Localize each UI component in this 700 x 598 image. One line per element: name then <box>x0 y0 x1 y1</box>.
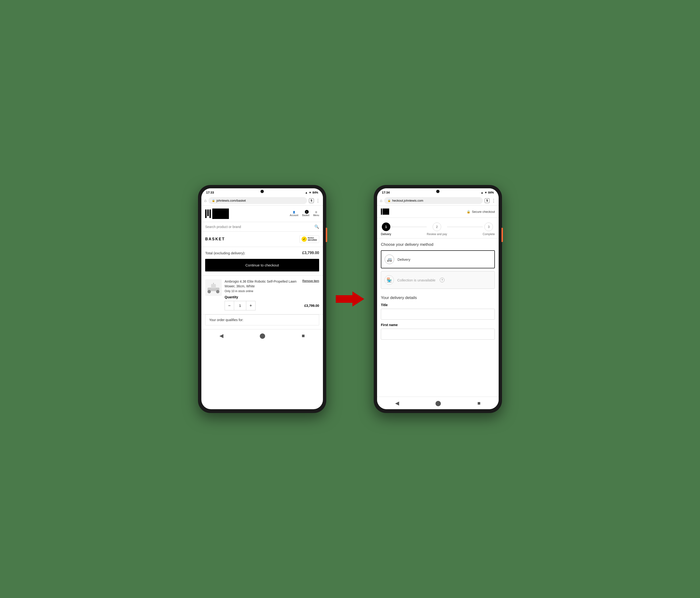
firstname-input[interactable] <box>381 329 495 340</box>
remove-item-button[interactable]: Remove item <box>302 279 319 282</box>
home-button-left[interactable]: ⬤ <box>255 332 270 340</box>
basket-heading: BASKET ✓ NortonSECURED <box>201 231 323 247</box>
signal-icon: ▲ <box>305 191 308 194</box>
phone-right: 17:34 ▲ ▼ 84% ⌂ 🔒 heckout.johnlewis.com … <box>374 185 502 413</box>
basket-badge: 1 <box>305 210 309 214</box>
form-group-firstname: First name <box>377 323 499 343</box>
step-line-1 <box>391 227 427 227</box>
spacer-right <box>377 343 499 397</box>
url-text-right: heckout.johnlewis.com <box>392 199 423 202</box>
search-bar: 🔍 <box>201 222 323 231</box>
back-button-right[interactable]: ◀ <box>390 399 404 407</box>
delivery-option-label: Delivery <box>398 257 410 261</box>
phone-left: 17:33 ▲ ▼ 84% ⌂ 🔒 johnlewis.com/basket 5… <box>198 185 326 413</box>
norton-badge: ✓ NortonSECURED <box>299 235 319 243</box>
help-icon-collection[interactable]: ? <box>440 278 445 282</box>
url-input-right[interactable]: 🔒 heckout.johnlewis.com <box>384 197 483 204</box>
phone-accent-right <box>501 228 503 242</box>
status-icons-right: ▲ ▼ 84% <box>481 191 494 194</box>
account-label: Account <box>290 214 298 217</box>
basket-label: Basket <box>302 214 309 217</box>
url-text-left: johnlewis.com/basket <box>217 199 246 202</box>
basket-icon: 🛒 1 <box>304 211 307 214</box>
svg-point-1 <box>207 290 211 293</box>
form-group-title: Title <box>377 303 499 323</box>
more-menu-right[interactable]: ⋮ <box>492 198 496 203</box>
quantity-increase-button[interactable]: + <box>246 301 255 310</box>
bottom-nav-left: ◀ ⬤ ■ <box>201 329 323 342</box>
home-icon-left[interactable]: ⌂ <box>204 199 206 203</box>
recents-button-right[interactable]: ■ <box>473 399 485 407</box>
order-qualifies-banner: Your order qualifies for: <box>205 315 319 325</box>
search-icon[interactable]: 🔍 <box>315 224 319 229</box>
checkout-button[interactable]: Continue to checkout <box>205 259 319 271</box>
jl-header: JOHNLEWIS& PARTNERS 👤 Account 🛒 1 <box>201 206 323 222</box>
quantity-decrease-button[interactable]: − <box>225 301 234 310</box>
norton-check-icon: ✓ <box>302 236 307 242</box>
secure-checkout-label: 🔒 Secure checkout <box>467 210 495 214</box>
step-circle-1: 1 <box>382 223 390 231</box>
url-bar-right: ⌂ 🔒 heckout.johnlewis.com 5 ⋮ <box>377 196 499 206</box>
basket-button[interactable]: 🛒 1 Basket <box>302 211 309 217</box>
lock-icon-right: 🔒 <box>388 199 391 202</box>
step-3: 3 Complete <box>483 223 495 236</box>
logo-box: JOHNLEWIS& PARTNERS <box>212 208 229 219</box>
menu-button[interactable]: ☰ Menu <box>313 211 319 217</box>
title-input[interactable] <box>381 309 495 320</box>
step-2-label: Review and pay <box>427 232 447 236</box>
wifi-icon: ▼ <box>309 191 311 194</box>
progress-steps: 1 Delivery 2 Review and pay 3 Complet <box>377 218 499 239</box>
step-1-label: Delivery <box>381 232 391 236</box>
basket-title: BASKET <box>205 237 225 241</box>
step-1: 1 Delivery <box>381 223 391 236</box>
quantity-display: 1 <box>234 301 246 310</box>
secure-text: Secure checkout <box>472 210 495 214</box>
logo-bar-2 <box>207 209 209 216</box>
qty-price-row: − 1 + £3,799.00 <box>225 301 319 310</box>
step-line-2 <box>447 227 483 227</box>
back-button-left[interactable]: ◀ <box>215 332 228 340</box>
product-img-svg <box>206 280 221 295</box>
step-circle-3: 3 <box>484 223 493 231</box>
lock-icon-left: 🔒 <box>212 199 215 202</box>
phone-left-inner: 17:33 ▲ ▼ 84% ⌂ 🔒 johnlewis.com/basket 5… <box>201 188 323 409</box>
step-circle-2: 2 <box>433 223 441 231</box>
url-bar-left: ⌂ 🔒 johnlewis.com/basket 5 ⋮ <box>201 196 323 206</box>
tab-count-right[interactable]: 5 <box>485 198 490 203</box>
recents-button-left[interactable]: ■ <box>297 332 310 340</box>
delivery-method-title: Choose your delivery method <box>377 242 499 250</box>
home-button-right[interactable]: ⬤ <box>430 399 446 407</box>
logo-bars <box>205 209 211 218</box>
collection-option-label: Collection is unavailable <box>397 278 435 282</box>
step-3-number: 3 <box>488 225 490 229</box>
svg-rect-3 <box>211 284 216 288</box>
total-row: Total (excluding delivery): £3,799.00 <box>205 251 319 255</box>
phone-accent-left <box>326 228 327 242</box>
step-3-label: Complete <box>483 232 495 236</box>
signal-icon-right: ▲ <box>481 191 483 194</box>
bottom-nav-right: ◀ ⬤ ■ <box>377 397 499 409</box>
title-field-label: Title <box>381 303 495 307</box>
more-menu-left[interactable]: ⋮ <box>316 198 320 203</box>
account-button[interactable]: 👤 Account <box>290 211 298 217</box>
delivery-truck-icon: 🚐 <box>385 255 394 264</box>
delivery-option-delivery[interactable]: 🚐 Delivery <box>381 250 495 268</box>
collection-store-icon: 🏪 <box>384 275 394 285</box>
tab-count-left[interactable]: 5 <box>309 198 314 203</box>
step-1-number: 1 <box>385 225 387 229</box>
delivery-option-collection[interactable]: 🏪 Collection is unavailable ? <box>381 271 495 289</box>
cb2 <box>382 208 389 215</box>
arrow-container <box>336 292 364 306</box>
phone-right-inner: 17:34 ▲ ▼ 84% ⌂ 🔒 heckout.johnlewis.com … <box>377 188 499 409</box>
order-summary: Total (excluding delivery): £3,799.00 Co… <box>201 247 323 275</box>
logo-text: JOHNLEWIS& PARTNERS <box>214 209 227 218</box>
logo-bar-1 <box>205 209 206 218</box>
search-input[interactable] <box>205 225 312 229</box>
logo-bar-3 <box>209 209 211 218</box>
time-left: 17:33 <box>206 191 214 194</box>
home-icon-right[interactable]: ⌂ <box>380 199 382 203</box>
url-input-left[interactable]: 🔒 johnlewis.com/basket <box>208 197 307 204</box>
wifi-icon-right: ▼ <box>484 191 487 194</box>
checkout-logo <box>381 208 391 215</box>
scene: 17:33 ▲ ▼ 84% ⌂ 🔒 johnlewis.com/basket 5… <box>198 185 502 413</box>
